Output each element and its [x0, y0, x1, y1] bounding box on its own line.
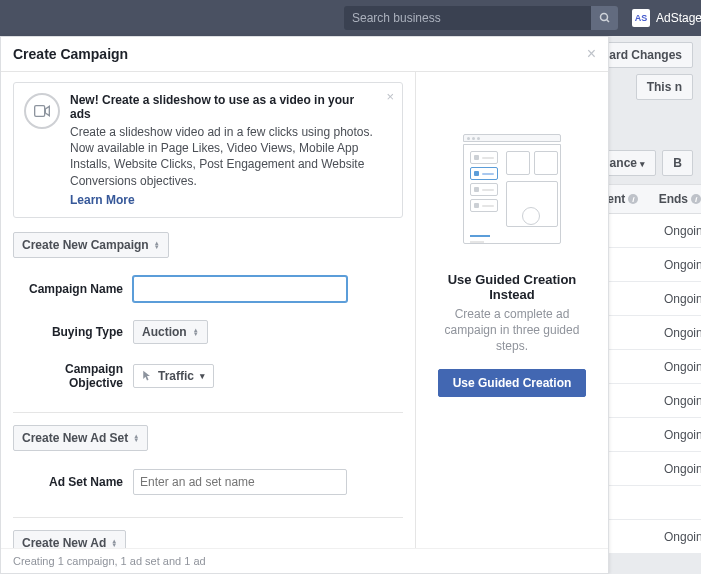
campaign-name-label: Campaign Name — [13, 282, 133, 296]
campaign-objective-label: Campaign Objective — [13, 362, 133, 390]
video-icon — [24, 93, 60, 129]
search-input[interactable] — [344, 6, 591, 30]
chevron-down-icon: ▾ — [200, 371, 205, 381]
search-button[interactable] — [591, 6, 618, 30]
svg-line-1 — [606, 20, 609, 23]
search-icon — [599, 12, 611, 24]
modal-header: Create Campaign × — [1, 37, 608, 72]
close-button[interactable]: × — [587, 45, 596, 63]
promo-title: New! Create a slideshow to use as a vide… — [70, 93, 378, 121]
create-new-ad-toggle[interactable]: Create New Ad ▲▼ — [13, 530, 126, 548]
adset-name-label: Ad Set Name — [13, 475, 133, 489]
guided-text: Create a complete ad campaign in three g… — [428, 306, 596, 355]
user-menu[interactable]: AS AdStage ▼ — [632, 9, 701, 27]
buying-type-select[interactable]: Auction ▲▼ — [133, 320, 208, 344]
this-button[interactable]: This n — [636, 74, 693, 100]
info-icon: i — [691, 194, 701, 204]
cursor-icon — [142, 370, 152, 382]
close-icon: × — [587, 45, 596, 62]
create-new-adset-toggle[interactable]: Create New Ad Set ▲▼ — [13, 425, 148, 451]
guided-title: Use Guided Creation Instead — [428, 272, 596, 302]
svg-rect-2 — [35, 106, 45, 117]
sort-icon: ▲▼ — [133, 434, 139, 442]
info-icon: i — [628, 194, 638, 204]
sort-icon: ▲▼ — [193, 328, 199, 336]
create-campaign-modal: Create Campaign × × New! Create a slides… — [0, 36, 609, 574]
wireframe-illustration — [437, 134, 587, 254]
col-ends[interactable]: Endsi — [659, 192, 701, 206]
promo-learn-more-link[interactable]: Learn More — [70, 193, 135, 207]
user-badge: AS — [632, 9, 650, 27]
chevron-down-icon: ▾ — [640, 159, 645, 169]
secondary-filter[interactable]: B — [662, 150, 693, 176]
search-wrap — [344, 6, 618, 30]
divider — [13, 517, 403, 518]
user-label: AdStage — [656, 11, 701, 25]
modal-right-column: Use Guided Creation Instead Create a com… — [415, 72, 608, 548]
buying-type-label: Buying Type — [13, 325, 133, 339]
sort-icon: ▲▼ — [111, 539, 117, 547]
topbar: AS AdStage ▼ — [0, 0, 701, 36]
campaign-objective-select[interactable]: Traffic ▾ — [133, 364, 214, 388]
slideshow-promo: × New! Create a slideshow to use as a vi… — [13, 82, 403, 218]
svg-point-0 — [600, 14, 607, 21]
close-icon: × — [386, 89, 394, 104]
sort-icon: ▲▼ — [154, 241, 160, 249]
promo-text: Create a slideshow video ad in a few cli… — [70, 124, 378, 189]
adset-name-input[interactable] — [133, 469, 347, 495]
modal-footer-status: Creating 1 campaign, 1 ad set and 1 ad — [1, 548, 608, 573]
divider — [13, 412, 403, 413]
modal-left-column: × New! Create a slideshow to use as a vi… — [1, 72, 415, 548]
promo-close-button[interactable]: × — [386, 89, 394, 104]
campaign-name-input[interactable] — [133, 276, 347, 302]
use-guided-creation-button[interactable]: Use Guided Creation — [438, 369, 587, 397]
create-new-campaign-toggle[interactable]: Create New Campaign ▲▼ — [13, 232, 169, 258]
modal-title: Create Campaign — [13, 46, 128, 62]
